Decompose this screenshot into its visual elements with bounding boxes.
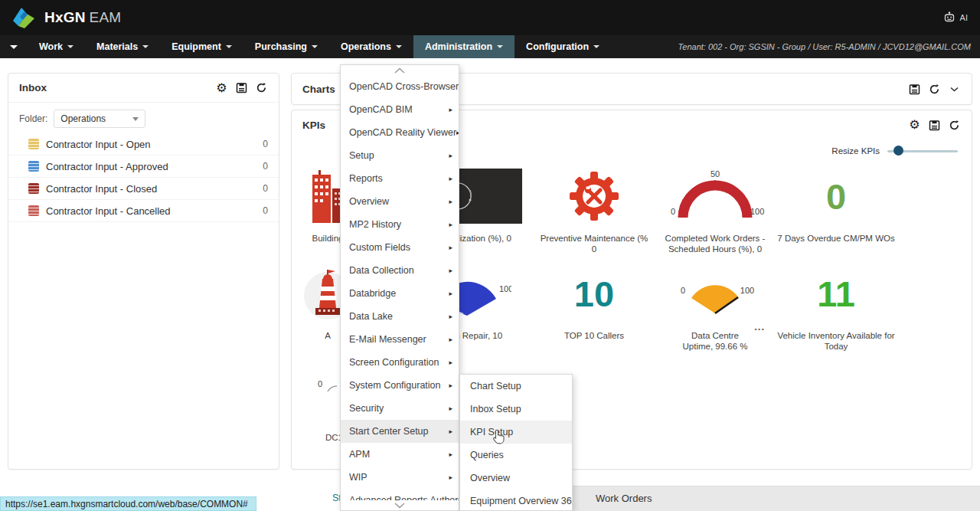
menu-item-system-configuration[interactable]: System Configuration▸ [341,374,459,397]
submenu-arrow-icon: ▸ [449,106,452,113]
inbox-item[interactable]: Contractor Input - Open 0 [8,133,279,156]
document-icon [28,205,39,216]
inbox-item-label: Contractor Input - Closed [46,183,157,195]
menu-item-start-center-setup[interactable]: Start Center Setup▸ [341,420,459,443]
menu-item-setup[interactable]: Setup▸ [341,144,459,167]
inbox-item[interactable]: Contractor Input - Closed 0 [8,178,279,200]
kpi-vehicle-inventory[interactable]: 11 Vehicle Inventory Available for Today [776,263,897,352]
charts-refresh-icon[interactable] [928,83,941,96]
tab-work-orders[interactable]: Work Orders [596,493,652,504]
folder-select[interactable]: Operations [54,110,145,128]
menu-item-security[interactable]: Security▸ [341,397,459,420]
submenu-arrow-icon: ▸ [449,405,452,412]
submenu-item-queries[interactable]: Queries [460,444,572,467]
menu-item-opencad-reality-viewer[interactable]: OpenCAD Reality Viewer▸ [341,121,459,144]
caret-down-icon [396,45,402,48]
svg-text:0: 0 [681,286,685,295]
menu-item-reports[interactable]: Reports▸ [341,167,459,190]
tenant-info: Tenant: 002 - Org: SGSIN - Group / User:… [678,35,971,58]
menu-item-opencad-cross-browser[interactable]: OpenCAD Cross-Browser▸ [341,75,459,98]
submenu-item-kpi-setup[interactable]: KPI Setup [460,421,572,444]
overflow-ellipsis[interactable]: ... [754,321,765,332]
kpi-overdue-cmpm[interactable]: 0 7 Days Overdue CM/PM WOs [776,165,897,255]
menu-item-opencad-bim[interactable]: OpenCAD BIM▸ [341,98,459,121]
inbox-title: Inbox [19,82,47,93]
inbox-panel: Inbox ⚙ Folder: Operations Contractor In… [8,73,279,470]
submenu-arrow-icon: ▸ [449,336,452,343]
caret-down-icon [132,117,139,121]
nav-root-caret-icon[interactable] [0,35,28,58]
nav-item-operations[interactable]: Operations [329,35,413,58]
kpi-label: 7 Days Overdue CM/PM WOs [775,234,897,244]
nav-item-configuration[interactable]: Configuration [514,35,611,58]
menu-item-apm[interactable]: APM▸ [341,443,459,466]
nav-item-work[interactable]: Work [28,35,85,58]
inbox-item[interactable]: Contractor Input - Cancelled 0 [8,200,279,222]
menu-item-databridge[interactable]: Databridge▸ [341,282,459,305]
kpi-label: Preventive Maintenance (% 0 [531,234,658,255]
kpi-refresh-icon[interactable] [948,119,961,132]
resize-kpis-label: Resize KPIs [831,146,880,156]
charts-collapse-chevron-icon[interactable] [948,83,961,96]
menu-item-custom-fields[interactable]: Custom Fields▸ [341,236,459,259]
menu-scroll-down-icon[interactable] [341,500,459,510]
resize-kpis-slider[interactable] [887,146,958,156]
submenu-arrow-icon: ▸ [449,221,452,228]
submenu-item-overview[interactable]: Overview [460,467,572,490]
ai-robot-icon[interactable] [943,11,956,24]
charts-title: Charts [302,84,335,95]
submenu-arrow-icon: ▸ [459,83,459,90]
menu-item-data-lake[interactable]: Data Lake▸ [341,305,459,328]
submenu-arrow-icon: ▸ [449,152,452,159]
menu-item-data-collection[interactable]: Data Collection▸ [341,259,459,282]
menu-scroll-up-icon[interactable] [341,65,459,75]
document-icon [28,139,39,149]
submenu-arrow-icon: ▸ [449,473,452,481]
submenu-arrow-icon: ▸ [449,450,452,458]
kpi-settings-icon[interactable]: ⚙ [908,119,921,132]
top-bar: HxGNEAM AI [0,0,980,35]
kpi-label: Data Centre Uptime, 99.66 % [652,331,779,352]
svg-text:100: 100 [499,284,511,293]
svg-text:100: 100 [740,286,754,295]
menu-item-overview[interactable]: Overview▸ [341,190,459,213]
submenu-item-equipment-overview-360[interactable]: Equipment Overview 360 [460,490,572,511]
kpi-value: 0 [826,179,846,215]
inbox-settings-icon[interactable]: ⚙ [215,81,228,94]
inbox-item-count: 0 [263,139,268,149]
kpi-save-icon[interactable] [928,119,941,132]
kpi-top-callers[interactable]: 10 TOP 10 Callers [534,263,655,352]
document-icon [28,161,39,172]
menu-item-mp2-history[interactable]: MP2 History▸ [341,213,459,236]
kpi-label: TOP 10 Callers [531,331,658,342]
charts-save-icon[interactable] [908,83,921,96]
menu-item-screen-configuration[interactable]: Screen Configuration▸ [341,351,459,374]
nav-item-purchasing[interactable]: Purchasing [243,35,329,58]
app-title: HxGNEAM [44,9,121,26]
kpi-datacentre-uptime[interactable]: 0 100 Data Centre Uptime, 99.66 % ... [655,263,776,352]
folder-label: Folder: [19,113,47,124]
hand-cursor-icon [492,428,507,445]
slider-handle[interactable] [893,146,903,156]
inbox-save-icon[interactable] [235,81,248,94]
submenu-arrow-icon: ▸ [449,175,452,182]
url-status-tooltip: https://se1.eam.hxgnsmartcloud.com/web/b… [0,496,256,511]
kpi-completed-work-orders[interactable]: 50 0 100 Completed Work Orders - Schedul… [655,165,776,255]
inbox-item[interactable]: Contractor Input - Approved 0 [8,156,279,178]
kpi-title: KPIs [302,120,325,131]
nav-item-administration[interactable]: Administration [413,35,514,58]
menu-item-email-messenger[interactable]: E-Mail Messenger▸ [341,328,459,351]
kpi-value: 11 [817,276,855,312]
caret-down-icon [226,45,232,48]
submenu-item-chart-setup[interactable]: Chart Setup [460,375,572,398]
hxgn-logo-icon [11,6,37,29]
submenu-item-inbox-setup[interactable]: Inbox Setup [460,398,572,421]
menu-item-wip[interactable]: WIP▸ [341,466,459,489]
kpi-preventive-maintenance[interactable]: Preventive Maintenance (% 0 [534,165,655,255]
ai-label: AI [960,13,968,22]
inbox-item-label: Contractor Input - Open [46,139,151,150]
nav-item-materials[interactable]: Materials [85,35,160,58]
nav-item-equipment[interactable]: Equipment [160,35,243,58]
inbox-refresh-icon[interactable] [255,81,268,94]
kpi-label: Vehicle Inventory Available for Today [773,331,900,352]
